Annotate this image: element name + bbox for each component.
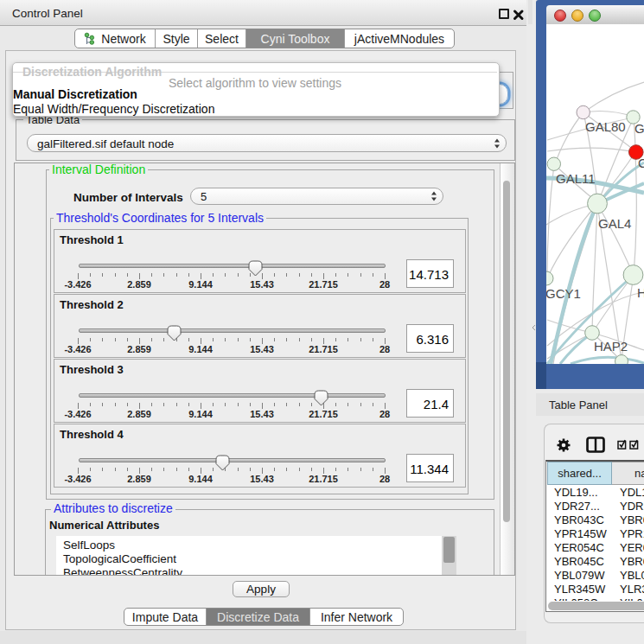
svg-text:GAL80: GAL80 — [585, 119, 626, 134]
svg-text:GA: GA — [634, 121, 644, 136]
svg-text:GAL11: GAL11 — [556, 171, 596, 186]
svg-text:C: C — [638, 156, 644, 170]
svg-text:GAL4: GAL4 — [598, 216, 631, 231]
svg-text:H: H — [637, 285, 644, 300]
svg-text:GCY1: GCY1 — [546, 286, 581, 301]
svg-text:HAP2: HAP2 — [594, 339, 628, 354]
